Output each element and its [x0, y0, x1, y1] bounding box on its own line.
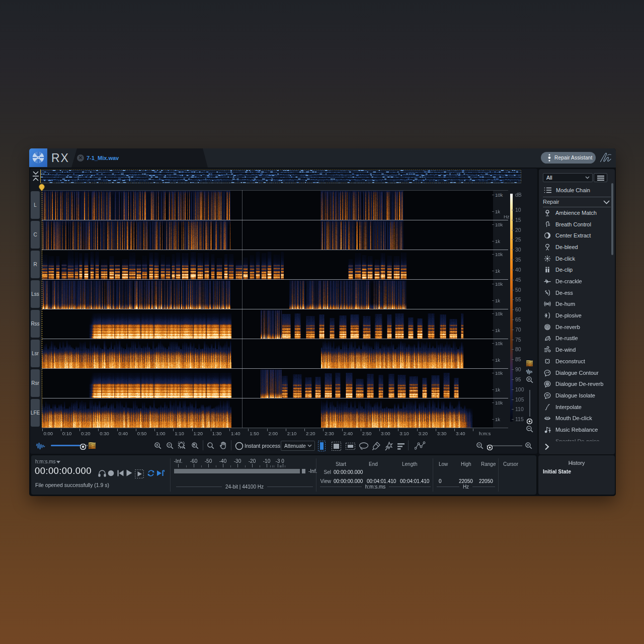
- module-item-de-reverb[interactable]: De-reverb: [539, 321, 615, 333]
- module-item-de-crackle[interactable]: De-crackle: [539, 276, 615, 287]
- ruler-tick: [398, 429, 398, 431]
- frequency-value: 22050: [479, 478, 493, 484]
- ruler-tick: [454, 429, 455, 431]
- frequency-selection-tool[interactable]: [346, 443, 355, 452]
- go-to-start-button[interactable]: [117, 469, 124, 478]
- time-frequency-selection-tool[interactable]: [332, 442, 341, 453]
- channel-label-R[interactable]: R: [31, 251, 40, 278]
- channel-label-Lsr[interactable]: Lsr: [31, 340, 40, 367]
- time-format-selector[interactable]: h:m:s.ms: [35, 459, 56, 464]
- module-item-de-ess[interactable]: De-ess: [539, 287, 615, 298]
- freq-unit-label: Hz: [504, 214, 510, 219]
- module-group-header[interactable]: Repair: [543, 199, 559, 205]
- module-item-de-bleed[interactable]: De-bleed: [539, 242, 615, 253]
- file-format-footer: 24-bit | 44100 Hz: [176, 484, 313, 490]
- zoom-out-button[interactable]: [166, 442, 174, 452]
- module-item-dialogue-contour[interactable]: Dialogue Contour: [539, 367, 615, 378]
- zoom-selection-button[interactable]: [178, 442, 186, 452]
- module-chain-item[interactable]: Module Chain: [539, 185, 615, 196]
- history-item[interactable]: Initial State: [543, 468, 571, 474]
- process-mode-dropdown[interactable]: Attenuate: [281, 441, 315, 451]
- monitor-headphones-icon[interactable]: [98, 469, 106, 479]
- hzoom-slider-knob[interactable]: [487, 443, 493, 452]
- channel-separator: [42, 339, 508, 339]
- module-filter-dropdown[interactable]: All: [543, 173, 593, 182]
- module-item-de-click[interactable]: De-click: [539, 253, 615, 264]
- vzoom-slider-track[interactable]: [529, 390, 530, 417]
- module-item-de-rustle[interactable]: De-rustle: [539, 333, 615, 344]
- time-format-caret-icon[interactable]: [56, 461, 60, 463]
- harmonics-selection-tool[interactable]: [397, 443, 405, 452]
- wave-spec-blend-slider-knob[interactable]: [80, 443, 86, 452]
- channel-label-C[interactable]: C: [31, 221, 40, 249]
- ruler-tick: [379, 429, 380, 431]
- freq-label-10k: 10k: [495, 192, 503, 198]
- module-menu-button[interactable]: [594, 173, 607, 182]
- db-scale-label: 30: [515, 247, 521, 253]
- channel-label-Rss[interactable]: Rss: [31, 310, 40, 338]
- module-item-dialogue-de-reverb[interactable]: Dialogue De-reverb: [539, 378, 615, 389]
- play-to-end-button[interactable]: [156, 469, 165, 479]
- ruler-time-label: 0:10: [62, 431, 72, 436]
- module-item-de-wind[interactable]: De-wind: [539, 344, 615, 355]
- channel-label-L[interactable]: L: [31, 191, 40, 219]
- time-selection-tool[interactable]: [318, 441, 326, 453]
- ruler-time-label: 2:50: [362, 431, 372, 436]
- module-item-ambience-match[interactable]: Ambience Match: [539, 207, 615, 218]
- frequency-value: 0: [439, 478, 442, 484]
- module-item-interpolate[interactable]: Interpolate: [539, 401, 615, 413]
- meter-tick: [252, 464, 253, 467]
- channel-label-LFE[interactable]: LFE: [31, 399, 40, 427]
- play-button[interactable]: [126, 469, 132, 478]
- freq-label-10k: 10k: [495, 341, 503, 346]
- ruler-time-label: 1:10: [175, 431, 184, 436]
- expand-panel-icon[interactable]: [544, 443, 549, 452]
- zoom-reset-button[interactable]: [191, 442, 199, 452]
- channel-label-Lss[interactable]: Lss: [31, 280, 40, 308]
- module-item-deconstruct[interactable]: Deconstruct: [539, 356, 615, 367]
- magnify-tool-button[interactable]: [207, 442, 215, 452]
- time-ruler[interactable]: 0:000:100:200:300:400:501:001:101:201:30…: [29, 429, 536, 437]
- module-item-breath-control[interactable]: Breath Control: [539, 219, 615, 230]
- record-button[interactable]: [108, 469, 114, 478]
- lasso-selection-tool[interactable]: [359, 442, 369, 452]
- hzoom-out-button[interactable]: [476, 442, 484, 452]
- db-scale-label: 105: [515, 396, 524, 403]
- overview-minimap[interactable]: [40, 170, 521, 183]
- meter-scale-label: -40: [219, 458, 226, 464]
- de-crackle-icon: [544, 278, 551, 285]
- vzoom-in-button[interactable]: [526, 376, 534, 386]
- module-list: Ambience MatchBreath ControlCenter Extra…: [539, 207, 615, 441]
- playhead-time[interactable]: 00:00:00.000: [35, 465, 92, 476]
- status-message: File opened successfully (1.9 s): [35, 482, 109, 488]
- playhead-pin[interactable]: [38, 184, 46, 193]
- db-scale-label: 75: [515, 337, 521, 343]
- module-item-mouth-de-click[interactable]: Mouth De-click: [539, 413, 615, 424]
- module-item-de-plosive[interactable]: De-plosive: [539, 310, 615, 321]
- channel-label-Rsr[interactable]: Rsr: [31, 369, 40, 397]
- region-marker-line: [242, 190, 243, 428]
- selection-row-label: Sel: [316, 469, 331, 475]
- module-item-spectral-de-noise[interactable]: Spectral De-noise: [539, 436, 615, 441]
- module-item-de-hum[interactable]: De-hum: [539, 298, 615, 309]
- collapse-channels-icon[interactable]: [31, 171, 40, 183]
- dialogue-contour-icon: [544, 369, 551, 376]
- play-selection-button[interactable]: [135, 469, 144, 480]
- playhead-line: [42, 190, 42, 428]
- hzoom-in-button[interactable]: [525, 442, 533, 452]
- module-item-dialogue-isolate[interactable]: Dialogue Isolate: [539, 390, 615, 401]
- loop-playback-button[interactable]: [147, 469, 155, 479]
- ruler-time-label: 0:20: [81, 431, 91, 436]
- brush-selection-tool[interactable]: [372, 441, 381, 453]
- magic-wand-tool[interactable]: [384, 441, 393, 453]
- module-item-music-rebalance[interactable]: Music Rebalance: [539, 424, 615, 435]
- selection-header: Length: [402, 461, 418, 467]
- edit-points-tool[interactable]: [415, 441, 426, 452]
- module-item-center-extract[interactable]: Center Extract: [539, 230, 615, 241]
- zoom-in-button[interactable]: [154, 442, 162, 452]
- module-chain-icon: [544, 187, 551, 194]
- module-list-scrollbar[interactable]: [611, 183, 613, 255]
- grab-tool-button[interactable]: [219, 441, 227, 452]
- module-item-de-clip[interactable]: De-clip: [539, 264, 615, 275]
- instant-process-radio[interactable]: [235, 442, 244, 452]
